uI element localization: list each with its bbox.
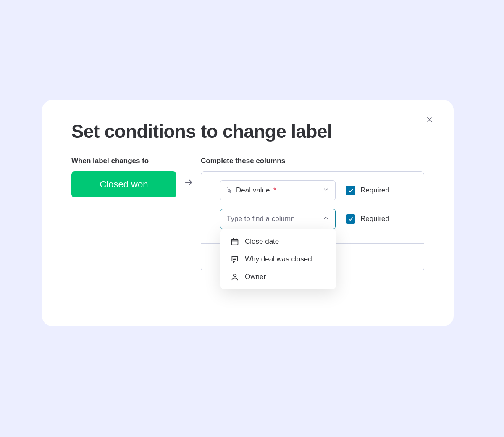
columns-box: 123 Deal value * [201,171,424,271]
column-name: Deal value * [236,186,323,195]
close-button[interactable] [425,115,435,125]
dropdown-item-owner[interactable]: Owner [220,268,336,286]
column-search-input[interactable]: Type to find a column [220,209,336,229]
column-select-deal-value[interactable]: 123 Deal value * [220,180,336,200]
set-conditions-modal: Set conditions to change label When labe… [42,100,454,326]
dropdown-item-label: Close date [245,237,279,246]
dropdown-item-why-closed[interactable]: Why deal was closed [220,250,336,268]
dropdown-item-close-date[interactable]: Close date [220,233,336,250]
required-toggle: Required [346,186,389,195]
modal-body: When label changes to Closed won Complet… [71,157,424,271]
chevron-down-icon [323,187,329,194]
required-checkbox[interactable] [346,214,355,224]
svg-point-9 [234,274,236,277]
trigger-section: When label changes to Closed won [71,157,176,197]
svg-rect-3 [232,239,238,245]
column-row-search: Type to find a column [201,209,424,229]
column-row-deal-value: 123 Deal value * [201,180,424,200]
close-icon [426,116,433,124]
person-icon [231,273,239,281]
required-asterisk: * [271,186,276,194]
column-dropdown: Close date Why deal [220,229,336,289]
chevron-up-icon [323,215,329,223]
arrow-icon [184,178,193,187]
modal-title: Set conditions to change label [71,121,424,142]
dropdown-item-label: Why deal was closed [245,255,312,263]
required-label: Required [360,215,389,223]
trigger-label: When label changes to [71,157,176,165]
numbers-icon: 123 [227,188,231,192]
calendar-icon [231,237,239,246]
required-checkbox[interactable] [346,186,355,195]
columns-section: Complete these columns 123 Deal value * [201,157,424,271]
status-closed-won[interactable]: Closed won [71,171,176,197]
required-toggle: Required [346,214,389,224]
columns-label: Complete these columns [201,157,424,165]
dropdown-item-label: Owner [245,273,266,281]
search-placeholder: Type to find a column [227,215,323,223]
required-label: Required [360,186,389,195]
chat-icon [231,255,239,263]
